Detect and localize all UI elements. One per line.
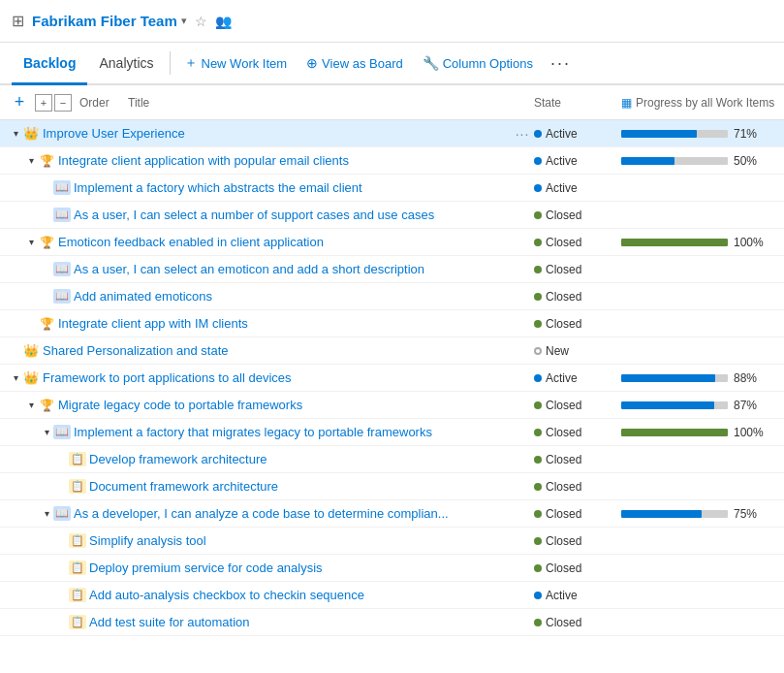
table-row[interactable]: 📋 Simplify analysis tool Closed	[0, 528, 784, 555]
item-title[interactable]: Integrate client app with IM clients	[58, 316, 511, 331]
table-row[interactable]: 📋 Deploy premium service for code analys…	[0, 555, 784, 582]
state-cell: New	[534, 344, 621, 358]
item-title[interactable]: Implement a factory which abstracts the …	[74, 180, 511, 195]
state-label: Closed	[546, 480, 581, 494]
new-work-item-button[interactable]: ＋ New Work Item	[174, 42, 298, 84]
team-name[interactable]: Fabrikam Fiber Team	[32, 13, 177, 29]
view-as-board-button[interactable]: ⊕ View as Board	[297, 42, 413, 84]
state-cell: Active	[534, 371, 621, 385]
progress-bar	[621, 429, 728, 436]
row-more-button[interactable]: ···	[511, 126, 534, 142]
state-cell: Active	[534, 589, 621, 602]
tab-analytics[interactable]: Analytics	[87, 43, 165, 85]
person-add-icon[interactable]: 👥	[215, 14, 232, 29]
collapse-icon[interactable]: ▾	[8, 126, 23, 142]
item-title[interactable]: Add auto-analysis checkbox to checkin se…	[89, 588, 511, 602]
item-title[interactable]: Simplify analysis tool	[89, 533, 511, 548]
progress-percent: 87%	[734, 399, 765, 412]
table-row[interactable]: 📖 Add animated emoticons Closed	[0, 283, 784, 310]
state-label: Active	[546, 127, 578, 141]
state-dot	[534, 239, 542, 246]
team-actions: ☆ 👥	[195, 14, 232, 29]
item-title[interactable]: As a user, I can select a number of supp…	[74, 208, 511, 222]
tab-backlog[interactable]: Backlog	[12, 43, 87, 85]
state-label: Closed	[546, 208, 581, 222]
progress-cell: 100%	[621, 236, 776, 249]
item-title[interactable]: As a user, I can select an emoticon and …	[74, 262, 511, 276]
state-dot	[534, 130, 542, 138]
table-row[interactable]: ▾ 🏆 Migrate legacy code to portable fram…	[0, 392, 784, 419]
progress-percent: 88%	[734, 371, 765, 385]
item-title[interactable]: Develop framework architecture	[89, 452, 511, 466]
add-item-button[interactable]: +	[8, 91, 31, 114]
item-title[interactable]: Document framework architecture	[89, 479, 511, 494]
state-cell: Closed	[534, 263, 621, 276]
state-dot	[534, 184, 542, 192]
item-title[interactable]: Add animated emoticons	[74, 289, 511, 304]
state-column-header: State	[534, 96, 621, 110]
collapse-icon[interactable]: ▾	[39, 425, 54, 440]
item-title[interactable]: Framework to port applications to all de…	[43, 370, 511, 385]
state-dot	[534, 483, 542, 491]
state-cell: Closed	[534, 317, 621, 331]
collapse-icon[interactable]: ▾	[8, 370, 23, 386]
state-cell: Closed	[534, 507, 621, 521]
item-title[interactable]: Integrate client application with popula…	[58, 153, 511, 168]
item-title[interactable]: Migrate legacy code to portable framewor…	[58, 398, 511, 412]
expand-all-button[interactable]: +	[35, 94, 52, 112]
collapse-icon[interactable]: ▾	[39, 506, 54, 522]
progress-fill	[621, 374, 715, 382]
column-controls: + −	[35, 94, 72, 112]
table-row[interactable]: 🏆 Integrate client app with IM clients C…	[0, 310, 784, 337]
team-chevron-icon[interactable]: ▾	[181, 15, 187, 27]
item-type-icon: 📋	[70, 479, 85, 495]
state-cell: Closed	[534, 426, 621, 439]
progress-bar	[621, 401, 728, 409]
collapse-icon[interactable]: ▾	[23, 398, 39, 413]
item-title[interactable]: Improve User Experience	[43, 126, 511, 141]
progress-fill	[621, 239, 728, 246]
table-row[interactable]: ▾ 👑 Improve User Experience ··· Active 7…	[0, 120, 784, 147]
state-dot	[534, 429, 542, 436]
progress-bar	[621, 130, 728, 138]
table-row[interactable]: 📖 Implement a factory which abstracts th…	[0, 175, 784, 202]
collapse-icon[interactable]: ▾	[23, 153, 39, 169]
table-row[interactable]: 📋 Document framework architecture Closed	[0, 473, 784, 500]
item-title[interactable]: Deploy premium service for code analysis	[89, 561, 511, 575]
table-row[interactable]: ▾ 📖 Implement a factory that migrates le…	[0, 419, 784, 446]
table-row[interactable]: 📖 As a user, I can select a number of su…	[0, 202, 784, 229]
row-indent: ▾	[8, 126, 23, 142]
table-row[interactable]: 📋 Add test suite for automation Closed	[0, 609, 784, 636]
table-row[interactable]: ▾ 🏆 Integrate client application with po…	[0, 147, 784, 175]
state-label: Closed	[546, 426, 581, 439]
row-indent: ▾	[8, 235, 39, 250]
state-cell: Closed	[534, 616, 621, 629]
state-dot	[534, 592, 542, 599]
collapse-icon[interactable]: ▾	[23, 235, 39, 250]
table-row[interactable]: 📖 As a user, I can select an emoticon an…	[0, 256, 784, 283]
nav-bar: Backlog Analytics ＋ New Work Item ⊕ View…	[0, 43, 784, 85]
item-title[interactable]: As a developer, I can analyze a code bas…	[74, 506, 511, 521]
star-icon[interactable]: ☆	[195, 14, 207, 29]
collapse-all-button[interactable]: −	[54, 94, 72, 112]
table-row[interactable]: 👑 Shared Personalization and state New	[0, 337, 784, 365]
more-menu-button[interactable]: ···	[543, 42, 579, 84]
table-row[interactable]: ▾ 👑 Framework to port applications to al…	[0, 365, 784, 392]
row-indent: ▾	[8, 506, 54, 522]
state-cell: Closed	[534, 534, 621, 548]
table-row[interactable]: ▾ 🏆 Emoticon feedback enabled in client …	[0, 229, 784, 256]
table-header: + + − Order Title State ▦ Progress by al…	[0, 85, 784, 120]
table-row[interactable]: 📋 Add auto-analysis checkbox to checkin …	[0, 582, 784, 609]
item-title[interactable]: Emoticon feedback enabled in client appl…	[58, 235, 511, 249]
table-row[interactable]: 📋 Develop framework architecture Closed	[0, 446, 784, 473]
order-column-header: Order	[79, 96, 128, 110]
item-title[interactable]: Add test suite for automation	[89, 615, 511, 629]
progress-cell: 87%	[621, 399, 776, 412]
progress-bar	[621, 157, 728, 165]
state-cell: Closed	[534, 236, 621, 249]
item-title[interactable]: Implement a factory that migrates legacy…	[74, 425, 511, 439]
column-options-button[interactable]: 🔧 Column Options	[413, 42, 543, 84]
state-dot	[534, 293, 542, 301]
item-title[interactable]: Shared Personalization and state	[43, 343, 511, 358]
table-row[interactable]: ▾ 📖 As a developer, I can analyze a code…	[0, 500, 784, 528]
